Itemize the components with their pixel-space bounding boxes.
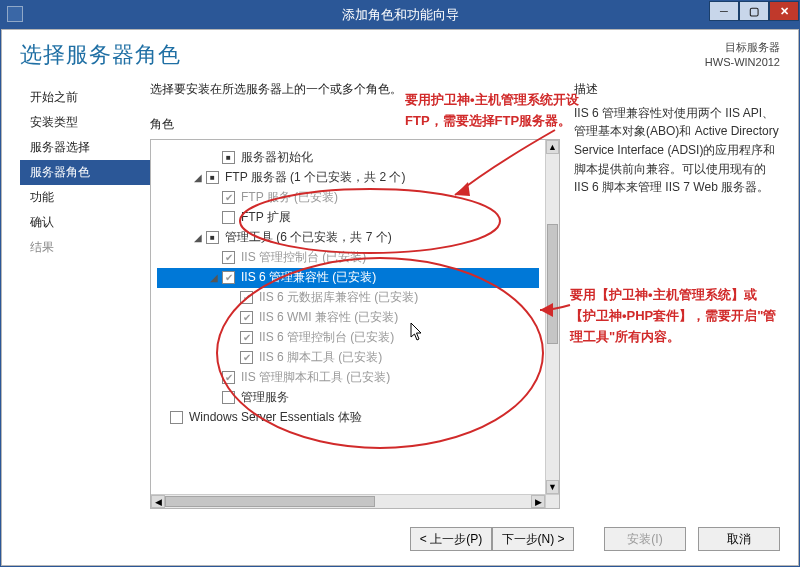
tree-row-label: Windows Server Essentials 体验 (189, 409, 362, 426)
tree-row-3[interactable]: FTP 扩展 (157, 208, 539, 228)
checkbox[interactable] (222, 371, 235, 384)
scroll-right-arrow[interactable]: ▶ (531, 495, 545, 508)
checkbox[interactable] (222, 211, 235, 224)
roles-tree: 服务器初始化◢FTP 服务器 (1 个已安装，共 2 个)FTP 服务 (已安装… (150, 139, 560, 509)
tree-row-label: IIS 管理控制台 (已安装) (241, 249, 366, 266)
checkbox[interactable] (222, 271, 235, 284)
maximize-button[interactable]: ▢ (739, 1, 769, 21)
tree-row-label: IIS 6 管理兼容性 (已安装) (241, 269, 376, 286)
target-server-info: 目标服务器 HWS-WIN2012 (705, 40, 780, 71)
tree-row-5[interactable]: IIS 管理控制台 (已安装) (157, 248, 539, 268)
wizard-window: 添加角色和功能向导 ─ ▢ ✕ 选择服务器角色 目标服务器 HWS-WIN201… (0, 0, 800, 567)
tree-row-2[interactable]: FTP 服务 (已安装) (157, 188, 539, 208)
checkbox[interactable] (206, 171, 219, 184)
scroll-v-thumb[interactable] (547, 224, 558, 344)
checkbox[interactable] (222, 391, 235, 404)
checkbox[interactable] (170, 411, 183, 424)
tree-row-label: FTP 扩展 (241, 209, 291, 226)
horizontal-scrollbar[interactable]: ◀ ▶ (151, 494, 545, 508)
tree-row-10[interactable]: IIS 6 脚本工具 (已安装) (157, 348, 539, 368)
tree-row-label: 管理服务 (241, 389, 289, 406)
close-button[interactable]: ✕ (769, 1, 799, 21)
tree-row-label: FTP 服务器 (1 个已安装，共 2 个) (225, 169, 405, 186)
header-row: 选择服务器角色 目标服务器 HWS-WIN2012 (20, 40, 780, 71)
checkbox[interactable] (206, 231, 219, 244)
install-button: 安装(I) (604, 527, 686, 551)
tree-row-13[interactable]: Windows Server Essentials 体验 (157, 408, 539, 428)
roles-label: 角色 (150, 116, 560, 133)
minimize-button[interactable]: ─ (709, 1, 739, 21)
target-value: HWS-WIN2012 (705, 55, 780, 70)
checkbox[interactable] (240, 351, 253, 364)
sidebar-item-4[interactable]: 功能 (20, 185, 150, 210)
app-icon (7, 6, 23, 22)
checkbox[interactable] (240, 331, 253, 344)
scroll-left-arrow[interactable]: ◀ (151, 495, 165, 508)
previous-button[interactable]: < 上一步(P) (410, 527, 492, 551)
checkbox[interactable] (222, 191, 235, 204)
tree-row-8[interactable]: IIS 6 WMI 兼容性 (已安装) (157, 308, 539, 328)
scroll-v-track[interactable] (546, 154, 559, 480)
checkbox[interactable] (240, 311, 253, 324)
center-column: 选择要安装在所选服务器上的一个或多个角色。 角色 服务器初始化◢FTP 服务器 … (150, 81, 570, 509)
page-title: 选择服务器角色 (20, 40, 181, 70)
content-area: 选择服务器角色 目标服务器 HWS-WIN2012 开始之前安装类型服务器选择服… (1, 29, 799, 566)
expander-icon[interactable]: ◢ (193, 172, 203, 183)
sidebar-item-1[interactable]: 安装类型 (20, 110, 150, 135)
tree-row-9[interactable]: IIS 6 管理控制台 (已安装) (157, 328, 539, 348)
checkbox[interactable] (222, 151, 235, 164)
window-title: 添加角色和功能向导 (342, 6, 459, 24)
tree-row-label: IIS 管理脚本和工具 (已安装) (241, 369, 390, 386)
tree-row-label: IIS 6 WMI 兼容性 (已安装) (259, 309, 398, 326)
tree-row-label: IIS 6 管理控制台 (已安装) (259, 329, 394, 346)
sidebar-item-2[interactable]: 服务器选择 (20, 135, 150, 160)
sidebar-item-5[interactable]: 确认 (20, 210, 150, 235)
window-controls: ─ ▢ ✕ (709, 1, 799, 23)
wizard-sidebar: 开始之前安装类型服务器选择服务器角色功能确认结果 (20, 81, 150, 509)
tree-row-6[interactable]: ◢IIS 6 管理兼容性 (已安装) (157, 268, 539, 288)
sidebar-item-6: 结果 (20, 235, 150, 260)
tree-row-7[interactable]: IIS 6 元数据库兼容性 (已安装) (157, 288, 539, 308)
tree-row-4[interactable]: ◢管理工具 (6 个已安装，共 7 个) (157, 228, 539, 248)
description-head: 描述 (574, 81, 780, 98)
cancel-button[interactable]: 取消 (698, 527, 780, 551)
main-area: 开始之前安装类型服务器选择服务器角色功能确认结果 选择要安装在所选服务器上的一个… (20, 81, 780, 509)
scroll-corner (545, 494, 559, 508)
expander-icon[interactable]: ◢ (209, 272, 219, 283)
expander-icon[interactable]: ◢ (193, 232, 203, 243)
tree-row-0[interactable]: 服务器初始化 (157, 148, 539, 168)
scroll-h-thumb[interactable] (165, 496, 375, 507)
description-text: IIS 6 管理兼容性对使用两个 IIS API、管理基本对象(ABO)和 Ac… (574, 104, 780, 197)
button-row: < 上一步(P) 下一步(N) > 安装(I) 取消 (20, 527, 780, 551)
description-column: 描述 IIS 6 管理兼容性对使用两个 IIS API、管理基本对象(ABO)和… (570, 81, 780, 509)
checkbox[interactable] (222, 251, 235, 264)
scroll-h-track[interactable] (165, 495, 531, 508)
tree-row-11[interactable]: IIS 管理脚本和工具 (已安装) (157, 368, 539, 388)
tree-row-label: FTP 服务 (已安装) (241, 189, 338, 206)
next-button[interactable]: 下一步(N) > (492, 527, 574, 551)
roles-tree-inner[interactable]: 服务器初始化◢FTP 服务器 (1 个已安装，共 2 个)FTP 服务 (已安装… (151, 140, 545, 494)
scroll-down-arrow[interactable]: ▼ (546, 480, 559, 494)
tree-row-12[interactable]: 管理服务 (157, 388, 539, 408)
target-label: 目标服务器 (705, 40, 780, 55)
tree-row-label: 服务器初始化 (241, 149, 313, 166)
scroll-up-arrow[interactable]: ▲ (546, 140, 559, 154)
vertical-scrollbar[interactable]: ▲ ▼ (545, 140, 559, 494)
tree-row-label: IIS 6 脚本工具 (已安装) (259, 349, 382, 366)
sidebar-item-0[interactable]: 开始之前 (20, 85, 150, 110)
checkbox[interactable] (240, 291, 253, 304)
tree-row-label: 管理工具 (6 个已安装，共 7 个) (225, 229, 392, 246)
instruction-text: 选择要安装在所选服务器上的一个或多个角色。 (150, 81, 560, 98)
titlebar: 添加角色和功能向导 ─ ▢ ✕ (1, 1, 799, 29)
sidebar-item-3[interactable]: 服务器角色 (20, 160, 150, 185)
tree-row-1[interactable]: ◢FTP 服务器 (1 个已安装，共 2 个) (157, 168, 539, 188)
tree-row-label: IIS 6 元数据库兼容性 (已安装) (259, 289, 418, 306)
